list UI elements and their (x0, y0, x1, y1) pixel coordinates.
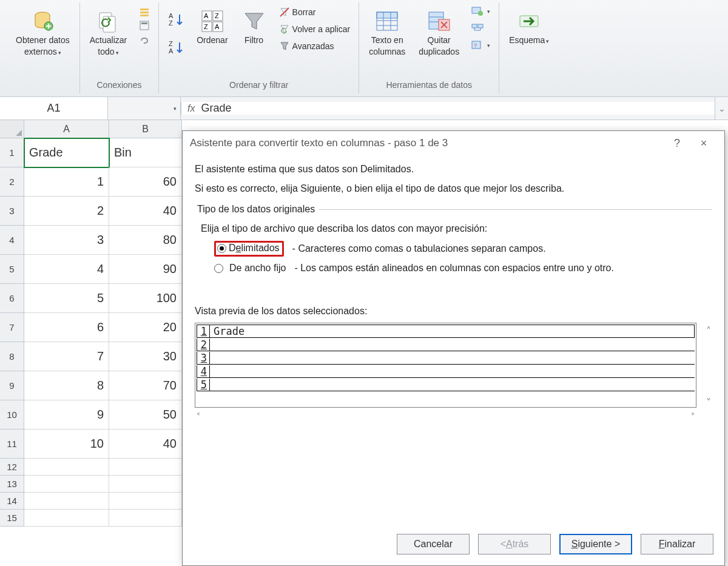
row-header[interactable]: 8 (0, 342, 24, 371)
filter-button[interactable]: Filtro (238, 6, 271, 48)
cell[interactable]: 20 (109, 313, 182, 342)
row-header[interactable]: 13 (0, 476, 24, 493)
row-header[interactable]: 9 (0, 371, 24, 400)
cancel-button[interactable]: Cancelar (397, 534, 470, 554)
cell[interactable] (109, 476, 182, 493)
cell[interactable] (24, 510, 109, 527)
cell[interactable]: 70 (109, 371, 182, 400)
preview-row-value: Grade (210, 325, 695, 337)
refresh-all-button[interactable]: Actualizar todo (86, 6, 130, 59)
get-external-data-button[interactable]: Obtener datos externos (12, 6, 73, 59)
row-header[interactable]: 2 (0, 167, 24, 197)
cell[interactable]: 50 (109, 400, 182, 430)
radio-fixed-row[interactable]: De ancho fijo - Los campos están alinead… (197, 260, 710, 277)
cell[interactable]: 10 (24, 430, 109, 459)
row-header[interactable]: 7 (0, 313, 24, 342)
row-header[interactable]: 6 (0, 284, 24, 313)
radio-fixed-desc: - Los campos están alineados en columnas… (294, 263, 614, 274)
cell[interactable]: 4 (24, 255, 109, 284)
name-box-dropdown[interactable]: ▾ (108, 97, 181, 120)
group-label-datatools: Herramientas de datos (386, 79, 472, 92)
dialog-intro-2: Si esto es correcto, elija Siguiente, o … (195, 183, 712, 194)
outline-label: Esquema (509, 35, 549, 45)
cell[interactable]: 40 (109, 430, 182, 459)
expand-formula-bar-button[interactable]: ⌄ (715, 97, 728, 120)
cell[interactable]: 6 (24, 313, 109, 342)
cell[interactable]: Grade (24, 138, 109, 167)
cell[interactable] (24, 459, 109, 476)
row-header[interactable]: 10 (0, 400, 24, 430)
ribbon-group-sort-filter: AZ ZA AZZA Ordenar Filtro Borrar Volver … (159, 2, 359, 93)
cell[interactable]: 8 (24, 371, 109, 400)
edit-links-btn[interactable] (136, 33, 152, 45)
cell[interactable]: 7 (24, 342, 109, 371)
cell[interactable]: 90 (109, 255, 182, 284)
database-icon (30, 8, 55, 34)
reapply-filter-button[interactable]: Volver a aplicar (277, 23, 353, 35)
cell[interactable]: 1 (24, 167, 109, 197)
back-button[interactable]: < Atrás (478, 534, 551, 554)
data-validation-button[interactable]: ▾ (469, 6, 493, 17)
cell[interactable] (109, 493, 182, 510)
row-header[interactable]: 4 (0, 226, 24, 255)
fx-icon[interactable]: fx (187, 103, 195, 114)
radio-delimited[interactable] (217, 244, 226, 253)
finish-button[interactable]: Finalizar (641, 534, 713, 554)
cell[interactable]: 80 (109, 226, 182, 255)
connections-btn[interactable] (136, 6, 152, 18)
cell[interactable] (24, 476, 109, 493)
column-header-B[interactable]: B (109, 120, 182, 138)
clear-filter-button[interactable]: Borrar (277, 6, 353, 18)
row-header[interactable]: 14 (0, 493, 24, 510)
sort-button[interactable]: AZZA Ordenar (193, 6, 231, 48)
svg-rect-4 (140, 8, 149, 10)
row-header[interactable]: 15 (0, 510, 24, 527)
cell[interactable]: 30 (109, 342, 182, 371)
formula-input[interactable]: Grade (201, 102, 709, 115)
cell[interactable] (109, 459, 182, 476)
properties-btn[interactable] (136, 19, 152, 32)
row-header[interactable]: 5 (0, 255, 24, 284)
row-header[interactable]: 1 (0, 138, 24, 167)
scroll-up-icon[interactable]: ˄ (706, 325, 711, 337)
cell[interactable]: 3 (24, 226, 109, 255)
preview-row-number: 5 (197, 379, 210, 391)
svg-point-35 (478, 11, 483, 16)
preview-h-scroll[interactable]: ˂˃ (195, 408, 696, 426)
svg-text:?: ? (474, 42, 477, 49)
select-all-corner[interactable] (0, 120, 24, 138)
name-box[interactable]: A1 (0, 97, 108, 120)
text-to-columns-button[interactable]: Texto en columnas (365, 6, 409, 59)
advanced-filter-button[interactable]: Avanzadas (277, 40, 353, 52)
whatif-button[interactable]: ?▾ (469, 40, 493, 51)
sort-desc-button[interactable]: ZA (165, 38, 187, 56)
svg-text:A: A (215, 23, 220, 30)
svg-text:Z: Z (204, 23, 208, 30)
cell[interactable]: 100 (109, 284, 182, 313)
cell[interactable]: Bin (109, 138, 182, 167)
ribbon-group-connections: Actualizar todo Conexiones (80, 2, 159, 93)
scroll-down-icon[interactable]: ˅ (706, 397, 711, 408)
svg-rect-36 (472, 24, 477, 28)
column-header-A[interactable]: A (24, 120, 109, 138)
radio-delimited-row[interactable]: Delimitados - Caracteres como comas o ta… (197, 238, 710, 260)
dialog-titlebar[interactable]: Asistente para convertir texto en column… (183, 131, 724, 155)
row-header[interactable]: 3 (0, 197, 24, 226)
row-header[interactable]: 11 (0, 430, 24, 459)
row-header[interactable]: 12 (0, 459, 24, 476)
cell[interactable]: 9 (24, 400, 109, 430)
cell[interactable] (24, 493, 109, 510)
outline-button[interactable]: Esquema (505, 6, 553, 48)
cell[interactable]: 60 (109, 167, 182, 197)
remove-duplicates-button[interactable]: Quitar duplicados (415, 6, 463, 59)
radio-fixed-width[interactable] (214, 264, 223, 273)
sort-asc-button[interactable]: AZ (165, 10, 187, 29)
consolidate-button[interactable] (469, 23, 493, 34)
cell[interactable]: 5 (24, 284, 109, 313)
cell[interactable] (109, 510, 182, 527)
cell[interactable]: 40 (109, 197, 182, 226)
cell[interactable]: 2 (24, 197, 109, 226)
help-button[interactable]: ? (664, 137, 690, 150)
next-button[interactable]: Siguiente > (559, 534, 632, 554)
close-button[interactable]: × (690, 137, 717, 150)
